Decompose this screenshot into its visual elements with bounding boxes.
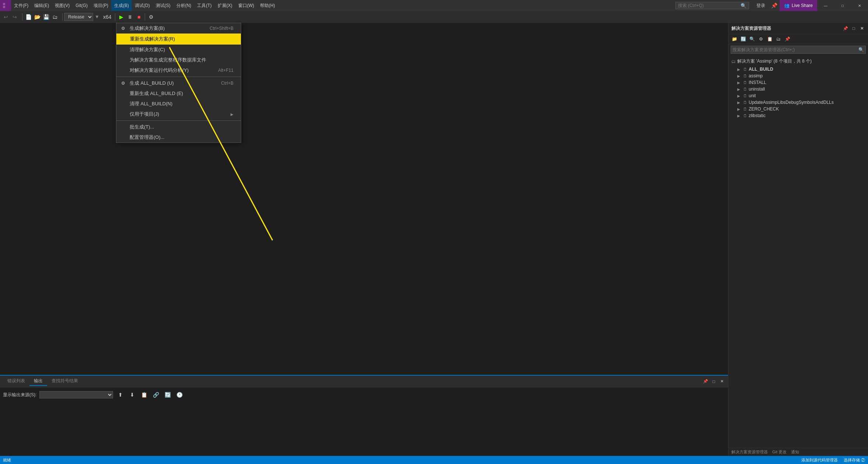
config-select[interactable]: Release — [64, 13, 93, 21]
menu-debug[interactable]: 调试(D) — [132, 0, 153, 11]
solution-pin-button[interactable]: 📌 — [842, 25, 849, 32]
tree-item-install[interactable]: ▶ 🗒 INSTALL — [728, 79, 868, 86]
solution-explorer-link[interactable]: 解决方案资源管理器 — [731, 449, 768, 455]
item-label: 清理解决方案(C) — [130, 46, 233, 53]
save-all-button[interactable]: 🗂 — [50, 13, 59, 21]
menu-item-rebuild-solution[interactable]: 重新生成解决方案(R) — [116, 34, 241, 45]
menu-test[interactable]: 测试(S) — [153, 0, 173, 11]
menu-item-config-manager[interactable]: 配置管理器(O)... — [116, 132, 241, 143]
toolbar-undo-redo: ↩ ↪ — [1, 13, 19, 21]
menu-project[interactable]: 项目(P) — [91, 0, 111, 11]
menu-build[interactable]: 生成(B) — [111, 0, 132, 11]
output-tool-3[interactable]: 📋 — [140, 390, 148, 399]
tree-item-zero-check[interactable]: ▶ 🗒 ZERO_CHECK — [728, 106, 868, 112]
menu-edit[interactable]: 编辑(E) — [31, 0, 52, 11]
tree-item-update-assimp[interactable]: ▶ 🗒 UpdateAssimpLibsDebugSymbolsAndDLLs — [728, 99, 868, 106]
tab-errors[interactable]: 错误列表 — [3, 377, 29, 386]
tree-item-uninstall[interactable]: ▶ 🗒 uninstall — [728, 86, 868, 92]
open-button[interactable]: 📂 — [33, 13, 42, 21]
menu-extensions[interactable]: 扩展(X) — [215, 0, 235, 11]
output-source-select[interactable] — [39, 391, 113, 398]
new-file-button[interactable]: 📄 — [24, 13, 33, 21]
menu-view[interactable]: 视图(V) — [52, 0, 73, 11]
project-icon: 🗒 — [743, 80, 747, 85]
sol-tool-6[interactable]: 🗂 — [775, 35, 782, 43]
bottom-panel-header: 错误列表 输出 查找符号结果 📌 □ ✕ — [0, 376, 728, 387]
menu-item-clean-all[interactable]: 清理 ALL_BUILD(N) — [116, 99, 241, 109]
output-float-button[interactable]: □ — [710, 378, 717, 385]
output-tool-4[interactable]: 🔗 — [151, 390, 160, 399]
menu-item-batch-build[interactable]: 批生成(T)... — [116, 122, 241, 132]
status-selection[interactable]: 选择存储 ② — [841, 457, 868, 463]
menu-item-rebuild-all[interactable]: 重新生成 ALL_BUILD (E) — [116, 88, 241, 99]
tree-item-unit[interactable]: ▶ 🗒 unit — [728, 92, 868, 99]
search-input[interactable] — [678, 3, 741, 8]
title-search[interactable]: 🔍 — [675, 2, 749, 9]
status-add-source[interactable]: 添加到源代码管理器 — [798, 457, 841, 463]
sol-tool-5[interactable]: 📋 — [766, 35, 773, 43]
maximize-button[interactable]: □ — [834, 0, 851, 11]
status-ready[interactable]: 就绪 — [0, 456, 14, 464]
toolbar-file-ops: 📄 📂 💾 🗂 — [24, 13, 59, 21]
item-label: 清理 ALL_BUILD(N) — [130, 101, 233, 107]
live-share-label: Live Share — [792, 3, 813, 8]
menu-git[interactable]: Git(G) — [73, 0, 91, 11]
start-button[interactable]: ▶ — [117, 13, 126, 21]
tab-output[interactable]: 输出 — [29, 377, 47, 386]
menu-item-clean-solution[interactable]: 清理解决方案(C) — [116, 45, 241, 55]
menu-item-analyze-code[interactable]: 对解决方案运行代码分析(Y) Alt+F11 — [116, 65, 241, 75]
output-tool-2[interactable]: ⬇ — [128, 390, 137, 399]
item-label: 生成解决方案(B) — [130, 25, 202, 32]
output-close-button[interactable]: ✕ — [718, 378, 725, 385]
solution-close-button[interactable]: ✕ — [858, 25, 865, 32]
menu-window[interactable]: 窗口(W) — [235, 0, 257, 11]
menu-help[interactable]: 帮助(H) — [257, 0, 278, 11]
item-label: 对解决方案运行代码分析(Y) — [130, 67, 211, 74]
sol-tool-2[interactable]: 🔄 — [739, 35, 747, 43]
git-changes-link[interactable]: Git 更改 — [772, 449, 787, 455]
solution-search[interactable]: 🔍 — [731, 46, 866, 54]
solution-panel: 解决方案资源管理器 📌 □ ✕ 📁 🔄 🔍 ⚙ 📋 🗂 📌 🔍 🗂 — [728, 23, 868, 456]
close-button[interactable]: ✕ — [851, 0, 868, 11]
minimize-button[interactable]: — — [817, 0, 834, 11]
menu-item-generate-pdb[interactable]: 为解决方案生成完整程序数据库文件 — [116, 55, 241, 65]
solution-float-button[interactable]: □ — [850, 25, 857, 32]
sol-tool-7[interactable]: 📌 — [784, 35, 791, 43]
solution-tree: 🗂 解决方案 'Assimp' (8 个项目，共 8 个) ▶ 🗒 ALL_BU… — [728, 55, 868, 448]
tree-item-label: uninstall — [749, 87, 765, 92]
toolbar-more[interactable]: ⚙ — [147, 13, 155, 21]
expand-icon: ▶ — [737, 74, 742, 78]
tree-item-assimp[interactable]: ▶ 🗒 assimp — [728, 73, 868, 79]
solution-search-input[interactable] — [732, 47, 858, 52]
undo-button[interactable]: ↩ — [1, 13, 10, 21]
tree-item-all-build[interactable]: ▶ 🗒 ALL_BUILD — [728, 66, 868, 73]
output-pin-button[interactable]: 📌 — [702, 378, 709, 385]
tab-find-symbols[interactable]: 查找符号结果 — [47, 377, 82, 386]
bottom-panel-content: 显示输出来源(S): ⬆ ⬇ 📋 🔗 🔄 🕐 — [0, 387, 728, 402]
tree-item-zlib-static[interactable]: ▶ 🗒 zlibstatic — [728, 112, 868, 119]
login-button[interactable]: 登录 — [753, 3, 769, 9]
solution-root-label: 解决方案 'Assimp' (8 个项目，共 8 个) — [737, 58, 812, 64]
save-button[interactable]: 💾 — [42, 13, 50, 21]
output-tool-1[interactable]: ⬆ — [116, 390, 125, 399]
submenu-arrow-icon: ▶ — [231, 112, 233, 116]
bottom-panel-tabs: 错误列表 输出 查找符号结果 — [3, 377, 82, 386]
redo-button[interactable]: ↪ — [10, 13, 19, 21]
output-tool-6[interactable]: 🕐 — [175, 390, 184, 399]
stop-button[interactable]: ■ — [134, 13, 143, 21]
sol-tool-3[interactable]: 🔍 — [748, 35, 756, 43]
menu-tools[interactable]: 工具(T) — [194, 0, 214, 11]
platform-btn[interactable]: x64 — [101, 13, 114, 21]
notifications-link[interactable]: 通知 — [791, 449, 799, 455]
menu-analyze[interactable]: 分析(N) — [173, 0, 194, 11]
tree-item-label: ALL_BUILD — [749, 67, 773, 72]
live-share-button[interactable]: 👥 Live Share — [780, 0, 817, 11]
sol-tool-4[interactable]: ⚙ — [757, 35, 765, 43]
output-tool-5[interactable]: 🔄 — [163, 390, 172, 399]
menu-item-build-solution[interactable]: ⚙ 生成解决方案(B) Ctrl+Shift+B — [116, 23, 241, 34]
sol-tool-1[interactable]: 📁 — [731, 35, 738, 43]
menu-item-build-all[interactable]: ⚙ 生成 ALL_BUILD (U) Ctrl+B — [116, 78, 241, 88]
debug-button[interactable]: ⏸ — [126, 13, 134, 21]
menu-file[interactable]: 文件(F) — [11, 0, 31, 11]
menu-item-project-only[interactable]: 仅用于项目(J) ▶ — [116, 109, 241, 119]
